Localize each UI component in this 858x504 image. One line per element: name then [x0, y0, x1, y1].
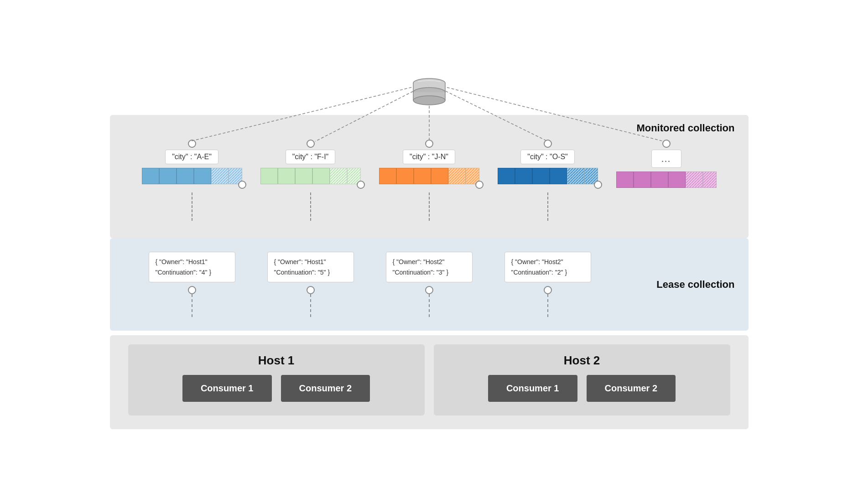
diagram-container: Monitored collection "city" : "A-E": [110, 75, 749, 429]
lease-row: { "Owner": "Host1" "Continuation": "4" }…: [128, 252, 730, 294]
top-circle-dots: [662, 140, 671, 148]
monitored-section: Monitored collection "city" : "A-E": [110, 115, 749, 238]
host2-title: Host 2: [564, 353, 600, 368]
host1-title: Host 1: [258, 353, 294, 368]
lease-col-4: { "Owner": "Host2" "Continuation": "2" }: [489, 252, 607, 294]
lease-circle-4: [544, 286, 552, 294]
host1-consumer1: Consumer 1: [182, 375, 272, 402]
database-icon-row: [110, 75, 749, 111]
lease-box-3: { "Owner": "Host2" "Continuation": "3" }: [386, 252, 473, 282]
partition-bar-p3: [379, 168, 479, 184]
top-circle-p2: [307, 140, 315, 148]
lease-box-2: { "Owner": "Host1" "Continuation": "5" }: [267, 252, 354, 282]
partition-col-2: "city" : "F-I": [251, 138, 370, 221]
lease-col-3: { "Owner": "Host2" "Continuation": "3" }: [370, 252, 489, 294]
partition-label-p4: "city" : "O-S": [520, 150, 575, 164]
lease-col-2: { "Owner": "Host1" "Continuation": "5" }: [251, 252, 370, 294]
host1-box: Host 1 Consumer 1 Consumer 2: [128, 344, 425, 416]
partition-label-p2: "city" : "F-I": [286, 150, 336, 164]
host2-consumers: Consumer 1 Consumer 2: [447, 375, 717, 402]
partition-label-p1: "city" : "A-E": [165, 150, 218, 164]
lease-box-4: { "Owner": "Host2" "Continuation": "2" }: [504, 252, 591, 282]
lease-box-1: { "Owner": "Host1" "Continuation": "4" }: [149, 252, 235, 282]
lease-section: Lease collection { "Owner": "Host1" "Con…: [110, 238, 749, 331]
host2-box: Host 2 Consumer 1 Consumer 2: [434, 344, 730, 416]
bar-circle-p1: [238, 181, 246, 189]
lease-owner-1: { "Owner": "Host1": [156, 257, 229, 267]
monitored-label: Monitored collection: [636, 122, 734, 134]
host2-consumer2: Consumer 2: [587, 375, 676, 402]
partition-bar-p4: [498, 168, 598, 184]
partition-col-3: "city" : "J-N": [370, 138, 489, 221]
lease-circle-2: [307, 286, 315, 294]
host2-consumer1: Consumer 1: [488, 375, 577, 402]
lease-col-1: { "Owner": "Host1" "Continuation": "4" }: [133, 252, 251, 294]
lease-continuation-4: "Continuation": "2" }: [511, 267, 584, 277]
svg-point-6: [413, 96, 445, 105]
partition-col-1: "city" : "A-E": [133, 138, 251, 221]
bar-circle-p4: [594, 181, 602, 189]
bar-circle-p2: [357, 181, 365, 189]
lease-continuation-3: "Continuation": "3" }: [393, 267, 466, 277]
bar-circle-p3: [475, 181, 484, 189]
lease-owner-4: { "Owner": "Host2": [511, 257, 584, 267]
host1-consumer2: Consumer 2: [281, 375, 370, 402]
top-circle-p1: [188, 140, 196, 148]
svg-rect-19: [330, 168, 347, 184]
lease-owner-3: { "Owner": "Host2": [393, 257, 466, 267]
partition-col-4: "city" : "O-S": [489, 138, 607, 221]
hosts-section: Host 1 Consumer 1 Consumer 2 Host 2 Cons…: [110, 335, 749, 429]
lease-circle-3: [425, 286, 433, 294]
partitions-row: "city" : "A-E": [128, 138, 730, 224]
partition-label-dots: …: [651, 150, 681, 168]
top-circle-p4: [544, 140, 552, 148]
top-circle-p3: [425, 140, 433, 148]
lease-owner-2: { "Owner": "Host1": [274, 257, 347, 267]
svg-rect-27: [567, 168, 584, 184]
partition-bar-dots: [616, 171, 717, 188]
svg-rect-23: [449, 168, 465, 184]
host1-consumers: Consumer 1 Consumer 2: [142, 375, 411, 402]
lease-to-host-connectors: [128, 294, 730, 317]
database-icon: [409, 75, 450, 111]
svg-rect-31: [686, 172, 702, 187]
partition-label-p3: "city" : "J-N": [403, 150, 455, 164]
svg-rect-15: [212, 168, 228, 184]
lease-circle-1: [188, 286, 196, 294]
partition-col-dots: …: [607, 138, 726, 224]
lease-continuation-2: "Continuation": "5" }: [274, 267, 347, 277]
lease-label: Lease collection: [656, 279, 734, 291]
lease-continuation-1: "Continuation": "4" }: [156, 267, 229, 277]
partition-bar-p2: [260, 168, 361, 184]
partition-bar-p1: [142, 168, 242, 184]
svg-rect-33: [703, 172, 716, 187]
